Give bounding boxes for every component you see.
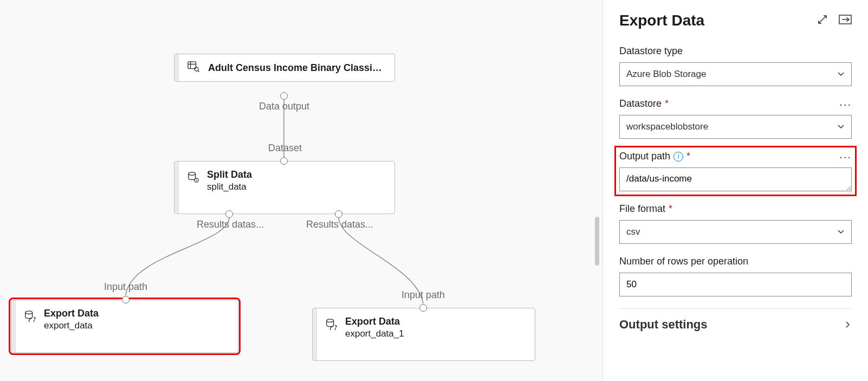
node-export-data-2[interactable]: Export Data export_data_1 [312, 308, 535, 361]
node-export1-in-port[interactable] [122, 296, 129, 303]
node-dataset[interactable]: Adult Census Income Binary Classificatio… [174, 54, 395, 82]
field-label: Datastore type [619, 46, 852, 57]
node-accent-bar [174, 162, 179, 214]
port-label: Results datas... [306, 219, 373, 230]
required-indicator: * [665, 98, 669, 109]
datastore-select[interactable]: workspaceblobstore [619, 115, 852, 139]
file-format-select[interactable]: csv [619, 220, 852, 244]
export-icon [326, 318, 338, 332]
node-subtitle: split_data [207, 182, 252, 192]
info-icon[interactable]: i [673, 152, 683, 162]
port-label: Data output [259, 101, 309, 112]
node-accent-bar [11, 300, 16, 352]
svg-point-3 [195, 67, 198, 71]
node-subtitle: export_data_1 [345, 328, 404, 339]
required-indicator: * [669, 203, 672, 215]
chevron-right-icon [844, 321, 852, 328]
dock-right-icon[interactable] [839, 15, 852, 27]
node-accent-bar [174, 54, 179, 81]
node-split-out-port-2[interactable] [335, 210, 342, 218]
chevron-down-icon [837, 70, 845, 78]
select-value: csv [626, 227, 640, 237]
node-export-data-1[interactable]: Export Data export_data [11, 300, 238, 353]
node-title: Adult Census Income Binary Classificatio… [208, 62, 385, 74]
select-value: workspaceblobstore [626, 121, 708, 132]
field-rows-per-op: Number of rows per operation [619, 256, 852, 296]
svg-point-9 [327, 319, 334, 322]
field-label: Datastore [619, 98, 662, 109]
node-split-data[interactable]: Split Data split_data [174, 161, 395, 214]
panel-title: Export Data [619, 12, 704, 29]
select-value: Azure Blob Storage [626, 69, 706, 80]
port-label: Input path [104, 281, 147, 293]
svg-point-7 [196, 180, 197, 181]
svg-point-5 [189, 172, 196, 176]
node-title: Split Data [207, 169, 252, 180]
node-dataset-out-port[interactable] [280, 92, 288, 100]
output-path-input[interactable] [619, 167, 852, 191]
field-datastore-type: Datastore type Azure Blob Storage [619, 46, 852, 86]
node-split-in-port[interactable] [280, 157, 288, 165]
node-subtitle: export_data [44, 320, 99, 331]
node-title: Export Data [345, 316, 404, 327]
port-label: Input path [401, 289, 445, 301]
node-accent-bar [313, 308, 317, 360]
database-gear-icon [187, 171, 199, 185]
chevron-down-icon [837, 123, 845, 131]
port-label: Results datas... [197, 219, 264, 230]
pipeline-canvas[interactable]: Adult Census Income Binary Classificatio… [0, 0, 601, 381]
section-title: Output settings [619, 318, 708, 332]
rows-per-op-input[interactable] [619, 273, 852, 296]
datastore-type-select[interactable]: Azure Blob Storage [619, 62, 852, 86]
svg-line-4 [198, 70, 199, 72]
output-settings-section[interactable]: Output settings [619, 308, 852, 332]
field-label: File format [619, 203, 665, 215]
field-label: Output path [619, 151, 670, 162]
properties-panel: Export Data Datastore type Azure Blob St… [603, 0, 868, 381]
field-datastore: Datastore * ··· workspaceblobstore [619, 98, 852, 139]
node-export2-in-port[interactable] [419, 304, 427, 312]
port-label: Dataset [268, 143, 302, 154]
node-title: Export Data [44, 308, 99, 319]
field-output-path: Output path i * ··· [619, 151, 852, 191]
required-indicator: * [686, 151, 690, 162]
canvas-scrollbar[interactable] [595, 217, 599, 266]
dataset-icon [187, 61, 199, 74]
field-more-menu[interactable]: ··· [839, 98, 852, 111]
svg-point-8 [25, 311, 33, 314]
field-more-menu[interactable]: ··· [839, 151, 852, 163]
expand-icon[interactable] [817, 14, 828, 27]
chevron-down-icon [837, 228, 845, 236]
export-icon [24, 310, 36, 324]
field-file-format: File format * csv [619, 203, 852, 244]
node-split-out-port-1[interactable] [225, 210, 233, 218]
field-label: Number of rows per operation [619, 256, 852, 267]
